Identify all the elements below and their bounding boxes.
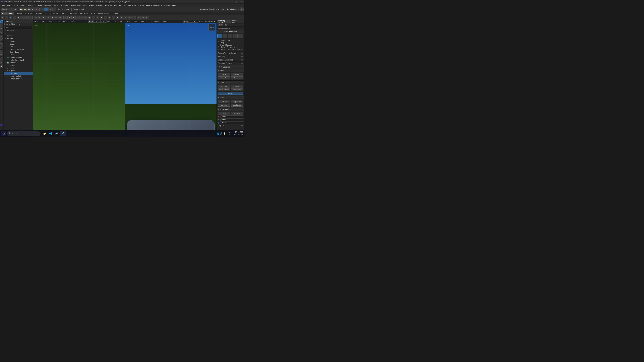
object-btn[interactable]: Object xyxy=(218,112,230,115)
new-scene-btn[interactable]: 📄 xyxy=(19,7,23,11)
vp-left-lighting-menu[interactable]: Lighting xyxy=(48,20,54,22)
y-input[interactable] xyxy=(220,118,243,121)
menu-display[interactable]: Display xyxy=(35,4,43,7)
tab-motion-graphics[interactable]: Motion Graphics xyxy=(97,12,112,15)
tab-animation[interactable]: Animation xyxy=(68,12,78,15)
taskbar-maya-btn[interactable]: M xyxy=(60,131,66,136)
smart-extrude-btn[interactable]: Smart Extrude xyxy=(218,88,230,91)
search-btn[interactable]: 🔍 xyxy=(0,65,3,68)
vp-sel-btn[interactable]: ▣ xyxy=(88,20,91,23)
vp-right-view-menu[interactable]: View xyxy=(126,20,130,22)
tool-22[interactable]: ⬤ xyxy=(88,16,91,19)
taskbar-time-section[interactable]: 10:32 PM 2024-11-14 xyxy=(234,131,243,136)
tool-32[interactable]: ⊚ xyxy=(128,16,132,19)
outliner-item-distance-dim[interactable]: ↔ distanceDimension2 xyxy=(4,48,33,51)
outliner-item-ground[interactable]: ▪ Ground xyxy=(4,40,33,42)
outliner-item-locator3[interactable]: ✕ locator3 xyxy=(4,42,33,45)
paint-btn[interactable]: ✎ xyxy=(0,24,3,27)
tab-mash[interactable]: MASH xyxy=(89,12,97,15)
outliner-item-front[interactable]: ▷ 📷 front xyxy=(4,34,33,37)
menu-generate[interactable]: Generate xyxy=(128,4,137,7)
maximize-button[interactable]: □ xyxy=(234,0,239,4)
outliner-item-material-stack[interactable]: ▷ ◉ materialOStack1 xyxy=(4,56,33,59)
edit-pivot-btn[interactable]: Edit Pivot xyxy=(230,112,243,115)
outliner-item-pcube1[interactable]: ▪ pCube1 xyxy=(4,64,33,67)
tool-27[interactable]: ⊠ xyxy=(108,16,111,19)
mesh-section-header[interactable]: ▼ Mesh xyxy=(217,69,244,72)
outliner-item-top[interactable]: ▷ 📷 top xyxy=(4,32,33,34)
outliner-menu-show[interactable]: Show xyxy=(11,23,16,25)
taskbar-search[interactable]: 🔍 Search xyxy=(7,131,40,136)
tool-15[interactable]: ⊞ xyxy=(58,16,62,19)
z-input[interactable] xyxy=(220,121,243,124)
vp-near-clip[interactable] xyxy=(94,20,100,23)
start-button[interactable]: ⊞ xyxy=(1,131,6,136)
x-input[interactable] xyxy=(220,115,243,118)
multi-cut-btn[interactable]: Multi-Cut xyxy=(218,100,230,103)
snap-grid-btn[interactable]: ⊞ xyxy=(0,35,3,38)
vp-left-view-menu[interactable]: View xyxy=(34,20,38,22)
vp-right-near-clip[interactable] xyxy=(186,20,192,23)
boolean-btn[interactable]: Boolean xyxy=(230,76,243,79)
outliner-item-default-object-set[interactable]: ◈ defaultObjectSet xyxy=(4,77,33,80)
tool-36[interactable]: ⊞ xyxy=(145,16,149,19)
rp-sub-help[interactable]: Help xyxy=(224,24,228,26)
show-manip-btn[interactable]: ✛ xyxy=(0,61,3,64)
smooth-btn[interactable]: Smooth xyxy=(218,76,230,79)
open-scene-btn[interactable]: 📂 xyxy=(23,7,27,11)
vp-right-far-clip[interactable] xyxy=(192,20,198,23)
tool-20[interactable]: ⊙ xyxy=(80,16,83,19)
outliner-search-input[interactable] xyxy=(4,26,32,29)
components-header[interactable]: ▼ Components xyxy=(217,81,244,84)
undo-btn[interactable]: ↩ xyxy=(31,7,35,11)
outliner-item-side[interactable]: ▷ 📷 side xyxy=(4,37,33,40)
outliner-menu-help[interactable]: Help xyxy=(17,23,20,25)
tool-11[interactable]: ▶ xyxy=(42,16,46,19)
tool-10[interactable]: ▷ xyxy=(38,16,42,19)
snap-curve-btn[interactable]: ⌒ xyxy=(0,38,3,41)
menu-flow-graph[interactable]: Flow Graph Engine xyxy=(145,4,163,7)
bevel-btn[interactable]: Bevel xyxy=(230,85,243,88)
cb-tweak-box[interactable] xyxy=(218,44,219,46)
snap-point-btn[interactable]: ⊕ xyxy=(0,42,3,45)
viewport-left[interactable]: View Shading Lighting Show Renderer Pane… xyxy=(33,20,125,137)
tool-28[interactable]: ⬡ xyxy=(112,16,116,19)
tab-poly-modeling[interactable]: Poly Modeling xyxy=(1,12,14,15)
tool-8[interactable]: ⬡ xyxy=(29,16,32,19)
comp-icon-diamond[interactable]: ◇ xyxy=(228,34,232,38)
menu-edit[interactable]: Edit xyxy=(6,4,11,7)
vp-far-clip[interactable] xyxy=(100,20,106,23)
wireframe-btn[interactable]: ☐ xyxy=(0,46,3,49)
outliner-item-skydome[interactable]: ☀ aSkylDomeLight1 xyxy=(4,59,33,61)
tool-17[interactable]: ✦ xyxy=(68,16,71,19)
tab-uv-editing[interactable]: UV Editing xyxy=(24,12,34,15)
vp-cam-btn[interactable]: 📷 xyxy=(91,20,94,23)
tool-19[interactable]: ⬡ xyxy=(76,16,79,19)
volume-icon[interactable]: 🔊 xyxy=(220,132,222,135)
cb-pick-marquee-box[interactable] xyxy=(218,40,219,41)
quad-draw-btn[interactable]: Quad Draw xyxy=(230,104,243,107)
tool-12[interactable]: ◁ xyxy=(46,16,50,19)
tool-16[interactable]: ⊕ xyxy=(64,16,67,19)
menu-mesh-display[interactable]: Mesh Display xyxy=(82,4,95,7)
vp-right-lighting-menu[interactable]: Lighting xyxy=(140,20,146,22)
outliner-item-house-bass[interactable]: ▪ House_bass xyxy=(4,51,33,53)
rp-sub-object[interactable]: Object xyxy=(218,24,222,26)
tool-29[interactable]: ▾ xyxy=(116,16,120,19)
menu-create[interactable]: Create xyxy=(12,4,19,7)
shaded-btn[interactable]: ▪ xyxy=(0,50,3,53)
comp-icon-dot[interactable]: · xyxy=(233,34,238,38)
tab-fx[interactable]: FX xyxy=(43,12,48,15)
menu-uv[interactable]: UV xyxy=(122,4,127,7)
tool-13[interactable]: ◀ xyxy=(50,16,54,19)
sculpt-btn[interactable]: ◉ xyxy=(0,27,3,30)
tab-rendering[interactable]: Rendering xyxy=(79,12,89,15)
tool-7[interactable]: ▽ xyxy=(25,16,28,19)
bridge-btn[interactable]: Bridge xyxy=(218,92,243,95)
tool-21[interactable]: ⊛ xyxy=(84,16,87,19)
tools-header[interactable]: ▼ Tools xyxy=(217,96,244,99)
workspace-dropdown[interactable]: Modeling xyxy=(1,8,18,11)
target-weld-btn[interactable]: Target Weld xyxy=(230,100,243,103)
tool-1[interactable]: ◎ xyxy=(1,16,4,19)
tool-14[interactable]: ☐ xyxy=(54,16,58,19)
